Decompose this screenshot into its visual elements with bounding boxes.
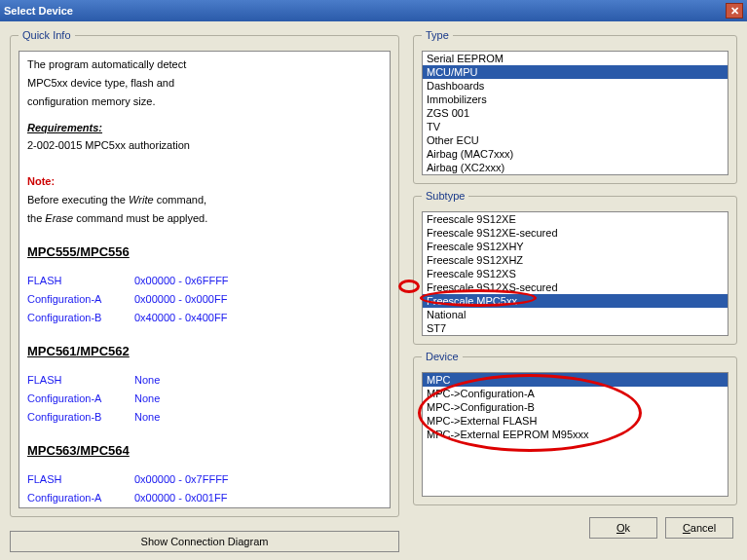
list-item[interactable]: TV (423, 120, 728, 133)
list-item[interactable]: Immobilizers (423, 93, 728, 106)
list-item[interactable]: Dashboards (423, 79, 728, 93)
cancel-button[interactable]: Cancel (665, 517, 733, 539)
note-line: Before executing the Write command, (27, 193, 382, 207)
list-item[interactable]: Other ECU (423, 133, 728, 147)
left-column: Quick Info The program automatically det… (10, 29, 399, 552)
list-item[interactable]: ZGS 001 (423, 106, 728, 120)
list-item[interactable]: MPC->Configuration-B (423, 400, 728, 414)
mem-row: FLASH0x00000 - 0x7FFFF (27, 472, 382, 487)
close-button[interactable]: ✕ (726, 3, 743, 19)
list-item[interactable]: ST7 (423, 321, 728, 335)
window-title: Select Device (4, 5, 726, 17)
list-item[interactable]: Freescale MPC5xx (423, 294, 728, 308)
type-legend: Type (422, 29, 453, 41)
close-icon: ✕ (730, 5, 739, 18)
device-group: Device MPCMPC->Configuration-AMPC->Confi… (413, 351, 737, 505)
subtype-listbox[interactable]: Freescale 9S12XEFreescale 9S12XE-secured… (422, 211, 728, 336)
section-header: MPC563/MPC564 (27, 442, 382, 460)
list-item[interactable]: Airbag (MAC7xxx) (423, 147, 728, 161)
mem-row: Configuration-ANone (27, 392, 382, 406)
list-item[interactable]: MPC->External FLASH (423, 414, 728, 428)
titlebar: Select Device ✕ (0, 0, 747, 21)
list-item[interactable]: MPC->External EEPROM M95xxx (423, 428, 728, 441)
list-item[interactable]: MPC->Configuration-A (423, 387, 728, 400)
list-item[interactable]: Freescale 9S12XS (423, 267, 728, 280)
list-item[interactable]: Freescale 9S12XHY (423, 240, 728, 253)
device-legend: Device (422, 351, 463, 362)
show-connection-diagram-button[interactable]: Show Connection Diagram (10, 531, 399, 552)
quick-info-text[interactable]: The program automatically detect MPC5xx … (19, 51, 391, 508)
annotation-circle (398, 280, 420, 293)
type-group: Type Serial EEPROMMCU/MPUDashboardsImmob… (413, 29, 737, 184)
requirements-header: Requirements: (27, 121, 382, 135)
right-column: Type Serial EEPROMMCU/MPUDashboardsImmob… (413, 29, 737, 552)
list-item[interactable]: Freescale 9S12XHZ (423, 253, 728, 267)
mem-row: Configuration-B0x40000 - 0x400FF (27, 311, 382, 325)
list-item[interactable]: Freescale 9S12XE (423, 212, 728, 226)
mem-row: FLASHNone (27, 373, 382, 388)
note-header: Note: (27, 174, 382, 189)
list-item[interactable]: Freescale 9S12XS-secured (423, 280, 728, 294)
quick-info-legend: Quick Info (19, 29, 75, 41)
mem-row: Configuration-A0x00000 - 0x000FF (27, 292, 382, 307)
mem-row: Configuration-A0x00000 - 0x001FF (27, 491, 382, 505)
device-listbox[interactable]: MPCMPC->Configuration-AMPC->Configuratio… (422, 372, 728, 497)
list-item[interactable]: Airbag (XC2xxx) (423, 161, 728, 174)
requirements-text: 2-002-0015 MPC5xx authorization (27, 138, 382, 153)
main-content: Quick Info The program automatically det… (0, 21, 747, 560)
type-listbox[interactable]: Serial EEPROMMCU/MPUDashboardsImmobilize… (422, 51, 728, 175)
intro-line: configuration memory size. (27, 94, 382, 109)
note-line: the Erase command must be applyed. (27, 211, 382, 226)
list-item[interactable]: National (423, 308, 728, 321)
list-item[interactable]: Serial EEPROM (423, 52, 728, 65)
section-header: MPC555/MPC556 (27, 243, 382, 261)
subtype-group: Subtype Freescale 9S12XEFreescale 9S12XE… (413, 190, 737, 345)
subtype-legend: Subtype (422, 190, 468, 202)
dialog-buttons: Ok Cancel (413, 517, 737, 539)
intro-line: MPC5xx device type, flash and (27, 76, 382, 91)
mem-row: FLASH0x00000 - 0x6FFFF (27, 274, 382, 288)
list-item[interactable]: MCU/MPU (423, 65, 728, 79)
section-header: MPC561/MPC562 (27, 343, 382, 360)
intro-line: The program automatically detect (27, 57, 382, 72)
list-item[interactable]: Freescale 9S12XE-secured (423, 226, 728, 240)
list-item[interactable]: MPC (423, 373, 728, 387)
mem-row: Configuration-BNone (27, 410, 382, 425)
quick-info-group: Quick Info The program automatically det… (10, 29, 399, 517)
ok-button[interactable]: Ok (589, 517, 657, 539)
